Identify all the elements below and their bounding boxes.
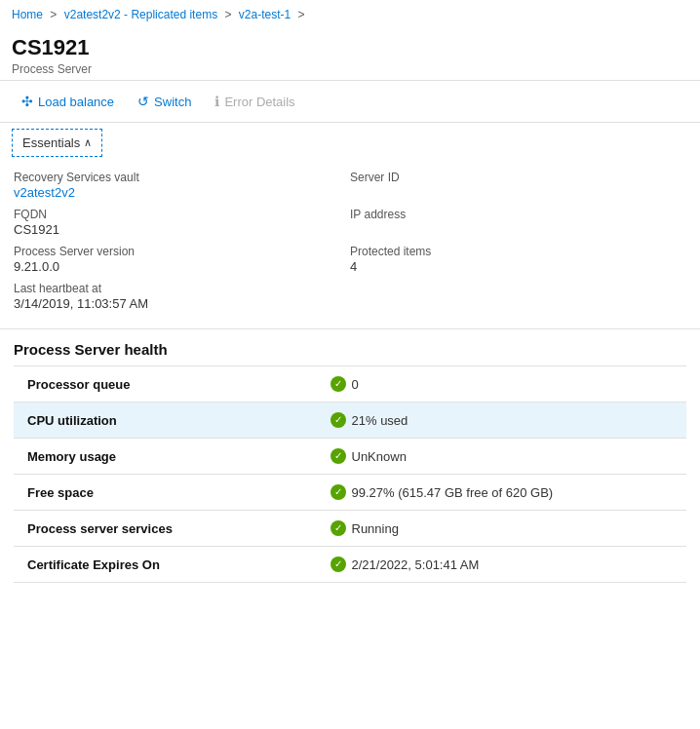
health-table-row: Memory usageUnKnown <box>14 439 686 475</box>
switch-button[interactable]: ↺ Switch <box>128 89 201 114</box>
essentials-ps-version-value: 9.21.0.0 <box>14 259 350 274</box>
health-value-text: Running <box>352 521 399 536</box>
health-table-row: Processor queue0 <box>14 366 686 403</box>
page-subtitle: Process Server <box>12 62 688 76</box>
essentials-tab[interactable]: Essentials ∧ <box>12 129 102 157</box>
health-table-row: Certificate Expires On2/21/2022, 5:01:41… <box>14 547 686 583</box>
breadcrumb-v2a-test[interactable]: v2a-test-1 <box>239 8 291 21</box>
breadcrumb-home[interactable]: Home <box>12 8 43 21</box>
essentials-fqdn-label: FQDN <box>14 208 350 221</box>
essentials-tab-container: Essentials ∧ <box>0 123 700 157</box>
essentials-fqdn: FQDN CS1921 <box>14 204 350 241</box>
essentials-last-heartbeat-label: Last heartbeat at <box>14 282 350 295</box>
essentials-recovery-vault-link[interactable]: v2atest2v2 <box>14 185 75 200</box>
health-section-title: Process Server health <box>14 341 686 358</box>
page-title: CS1921 <box>12 35 688 60</box>
essentials-last-heartbeat: Last heartbeat at 3/14/2019, 11:03:57 AM <box>14 278 350 315</box>
health-table: Processor queue0CPU utilization21% usedM… <box>14 365 686 583</box>
breadcrumb: Home > v2atest2v2 - Replicated items > v… <box>0 0 700 27</box>
health-row-label: Free space <box>14 475 317 511</box>
switch-icon: ↺ <box>137 94 149 109</box>
essentials-chevron-icon: ∧ <box>84 136 92 149</box>
essentials-last-heartbeat-value: 3/14/2019, 11:03:57 AM <box>14 296 350 311</box>
error-details-button[interactable]: ℹ Error Details <box>205 89 304 114</box>
essentials-placeholder <box>350 278 686 315</box>
status-ok-icon <box>331 556 346 572</box>
health-table-row: CPU utilization21% used <box>14 403 686 439</box>
essentials-recovery-vault: Recovery Services vault v2atest2v2 <box>14 167 350 204</box>
essentials-recovery-vault-value: v2atest2v2 <box>14 185 350 200</box>
load-balance-icon: ✣ <box>21 94 33 109</box>
health-row-value: 2/21/2022, 5:01:41 AM <box>317 547 687 583</box>
health-table-row: Free space99.27% (615.47 GB free of 620 … <box>14 475 686 511</box>
health-row-label: Process server services <box>14 511 317 547</box>
status-ok-icon <box>331 412 346 428</box>
error-details-icon: ℹ <box>214 94 219 109</box>
essentials-protected-items-value: 4 <box>350 259 686 274</box>
page-header: CS1921 Process Server <box>0 27 700 81</box>
health-row-value: Running <box>317 511 687 547</box>
health-row-value: 21% used <box>317 403 687 439</box>
essentials-protected-items: Protected items 4 <box>350 241 686 278</box>
toolbar: ✣ Load balance ↺ Switch ℹ Error Details <box>0 81 700 123</box>
status-ok-icon <box>331 484 346 500</box>
breadcrumb-replicated-items[interactable]: v2atest2v2 - Replicated items <box>64 8 217 21</box>
health-row-value: 99.27% (615.47 GB free of 620 GB) <box>317 475 687 511</box>
health-row-value: 0 <box>317 366 687 403</box>
essentials-ip-address-label: IP address <box>350 208 686 221</box>
health-row-label: Certificate Expires On <box>14 547 317 583</box>
switch-label: Switch <box>154 95 191 109</box>
essentials-recovery-vault-label: Recovery Services vault <box>14 171 350 184</box>
health-value-text: 21% used <box>352 413 408 428</box>
health-value-text: 2/21/2022, 5:01:41 AM <box>352 557 480 572</box>
health-value-text: UnKnown <box>352 449 407 464</box>
health-section: Process Server health Processor queue0CP… <box>0 329 700 583</box>
load-balance-label: Load balance <box>38 95 114 109</box>
health-row-label: Processor queue <box>14 366 317 403</box>
health-row-label: Memory usage <box>14 439 317 475</box>
status-ok-icon <box>331 520 346 536</box>
essentials-server-id: Server ID <box>350 167 686 204</box>
essentials-ps-version: Process Server version 9.21.0.0 <box>14 241 350 278</box>
error-details-label: Error Details <box>224 95 294 109</box>
essentials-grid: Recovery Services vault v2atest2v2 Serve… <box>0 157 700 329</box>
essentials-fqdn-value: CS1921 <box>14 222 350 237</box>
essentials-protected-items-label: Protected items <box>350 245 686 258</box>
health-row-value: UnKnown <box>317 439 687 475</box>
essentials-tab-label: Essentials <box>22 135 80 150</box>
essentials-server-id-label: Server ID <box>350 171 686 184</box>
health-value-text: 0 <box>352 377 359 392</box>
essentials-ps-version-label: Process Server version <box>14 245 350 258</box>
health-row-label: CPU utilization <box>14 403 317 439</box>
essentials-ip-address: IP address <box>350 204 686 241</box>
load-balance-button[interactable]: ✣ Load balance <box>12 89 124 114</box>
status-ok-icon <box>331 376 346 392</box>
status-ok-icon <box>331 448 346 464</box>
health-table-row: Process server servicesRunning <box>14 511 686 547</box>
health-value-text: 99.27% (615.47 GB free of 620 GB) <box>352 485 554 500</box>
